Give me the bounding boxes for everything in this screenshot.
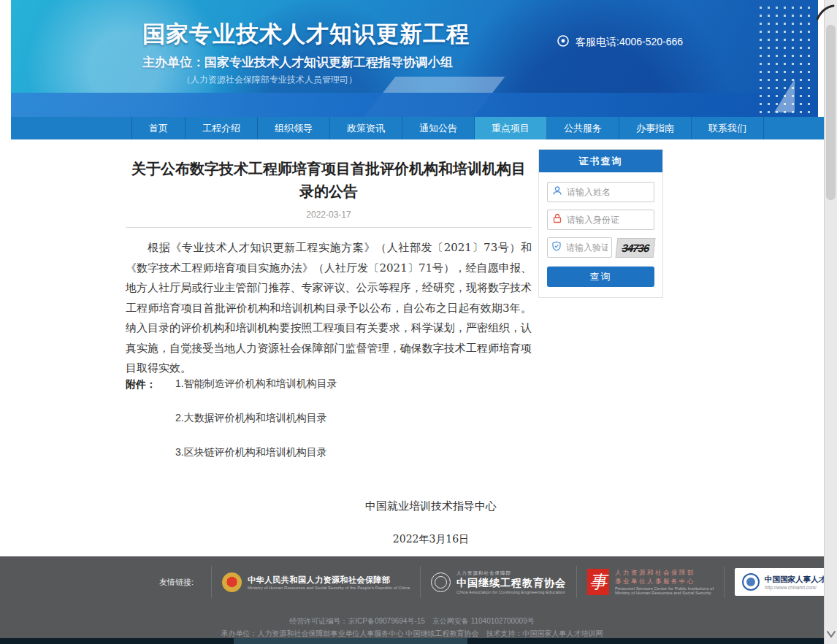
query-panel-title: 证书查询	[539, 150, 662, 172]
cacee-logo-link[interactable]: 人力资源和社会保障部 中国继续工程教育协会 China Association …	[431, 570, 566, 594]
nav-item-leadership[interactable]: 组织领导	[258, 117, 330, 139]
friend-links-row: 友情链接: 中华人民共和国人力资源和社会保障部 Ministry of Huma…	[159, 566, 837, 598]
id-field-row	[547, 210, 654, 230]
page-footer: 友情链接: 中华人民共和国人力资源和社会保障部 Ministry of Huma…	[0, 556, 824, 638]
person-icon	[552, 185, 562, 199]
organizer-line: 承办单位：人力资源和社会保障部事业单位人事服务中心 中国继续工程教育协会 技术支…	[0, 629, 824, 639]
mohrss-logo-link[interactable]: 中华人民共和国人力资源和社会保障部 Ministry of Human Reso…	[222, 572, 410, 592]
site-banner: 国家专业技术人才知识更新工程 主办单位：国家专业技术人才知识更新工程指导协调小组…	[11, 0, 818, 117]
site-title: 国家专业技术人才知识更新工程	[142, 19, 470, 50]
id-number-input[interactable]	[567, 215, 649, 225]
divider	[126, 227, 532, 228]
psc-logo-link[interactable]: 事 人力资源和社会保障部 事业单位人事服务中心 Personnel Servic…	[587, 569, 714, 595]
nav-item-public-services[interactable]: 公共服务	[547, 117, 619, 139]
article-title: 关于公布数字技术工程师培育项目首批评价机构和培训机构目录的公告	[126, 158, 532, 203]
nav-item-contact[interactable]: 联系我们	[692, 117, 764, 139]
name-field-row	[547, 182, 654, 202]
banner-bottom-band	[11, 93, 818, 117]
nav-item-policy-news[interactable]: 政策资讯	[330, 117, 402, 139]
site-organizer: 主办单位：国家专业技术人才知识更新工程指导协调小组	[142, 54, 453, 71]
shield-check-icon	[551, 241, 562, 254]
dots-pattern-decoration	[757, 4, 815, 113]
psc-name-1: 人力资源和社会保障部	[615, 569, 714, 578]
attachment-link-smart-manufacturing[interactable]: 1.智能制造评价机构和培训机构目录	[175, 378, 337, 388]
headset-icon	[557, 34, 570, 50]
psc-name-en-2: Ministry of Human Resources and Social S…	[615, 591, 714, 595]
cacee-name-en: China Association for Continuing Enginee…	[456, 590, 566, 594]
nav-item-home[interactable]: 首页	[131, 117, 186, 139]
shi-glyph-icon: 事	[587, 569, 609, 595]
attachment-link-big-data[interactable]: 2.大数据评价机构和培训机构目录	[175, 413, 337, 423]
service-hotline: 客服电话:4006-520-666	[557, 34, 683, 50]
article-signature: 中国就业培训技术指导中心	[314, 499, 548, 513]
article-body: 根据《专业技术人才知识更新工程实施方案》（人社部发〔2021〕73号）和《数字技…	[126, 238, 532, 379]
attachments-block: 附件： 1.智能制造评价机构和培训机构目录 2.大数据评价机构和培训机构目录 3…	[126, 378, 337, 481]
cnptt-seal-icon	[742, 573, 760, 591]
bottom-edge-strip	[0, 638, 824, 644]
nav-item-guide[interactable]: 办事指南	[619, 117, 692, 139]
name-input[interactable]	[567, 187, 649, 197]
article-date: 2022-03-17	[126, 210, 532, 220]
query-panel-body: 34736 查询	[539, 172, 662, 287]
article-sign-date: 2022年3月16日	[314, 533, 548, 546]
cacee-dept: 人力资源和社会保障部	[456, 570, 566, 577]
cnptt-logo-link[interactable]: 中国国家人事人才培训网 http://www.chinahrt.com/	[735, 568, 837, 596]
footer-separator	[576, 566, 577, 598]
site-organizer-dept: （人力资源社会保障部专业技术人员管理司）	[182, 74, 357, 86]
friend-links-label: 友情链接:	[159, 577, 194, 588]
icp-license-line: 经营许可证编号：京ICP备09079694号-15 京公网安备 11040102…	[0, 616, 824, 626]
attachment-link-blockchain[interactable]: 3.区块链评价机构和培训机构目录	[175, 447, 337, 457]
lock-icon	[552, 213, 562, 226]
captcha-field-row	[547, 237, 612, 258]
captcha-row: 34736	[547, 237, 654, 258]
psc-name-2: 事业单位人事服务中心	[615, 578, 714, 586]
page: 国家专业技术人才知识更新工程 主办单位：国家专业技术人才知识更新工程指导协调小组…	[0, 0, 837, 644]
footer-separator	[420, 566, 421, 598]
scrollbar[interactable]	[824, 0, 837, 644]
hotline-text: 客服电话:4006-520-666	[576, 36, 683, 49]
cacee-name: 中国继续工程教育协会	[456, 577, 566, 590]
attachments-label: 附件：	[126, 378, 175, 481]
nav-item-key-projects[interactable]: 重点项目	[475, 117, 547, 139]
scroll-up-arrow[interactable]	[813, 1, 837, 25]
mohrss-name: 中华人民共和国人力资源和社会保障部	[248, 575, 410, 586]
nav-item-notices[interactable]: 通知公告	[402, 117, 475, 139]
footer-separator	[211, 566, 212, 598]
query-submit-button[interactable]: 查询	[547, 267, 654, 287]
mohrss-name-en: Ministry of Human Resources and Social S…	[248, 586, 410, 590]
cacee-seal-icon	[431, 572, 451, 592]
certificate-query-panel: 证书查询	[538, 149, 663, 298]
captcha-image[interactable]: 34736	[616, 238, 656, 258]
scroll-down-arrow[interactable]	[825, 629, 837, 643]
national-emblem-icon	[222, 572, 242, 592]
scrollbar-thumb[interactable]	[826, 25, 836, 200]
footer-separator	[724, 566, 725, 598]
captcha-input[interactable]	[566, 242, 608, 253]
bottom-edge-strip-segment	[234, 638, 467, 644]
attachments-list: 1.智能制造评价机构和培训机构目录 2.大数据评价机构和培训机构目录 3.区块链…	[175, 378, 337, 481]
nav-item-project-intro[interactable]: 工程介绍	[186, 117, 258, 139]
main-nav: 首页 工程介绍 组织领导 政策资讯 通知公告 重点项目 公共服务 办事指南 联系…	[11, 117, 824, 139]
